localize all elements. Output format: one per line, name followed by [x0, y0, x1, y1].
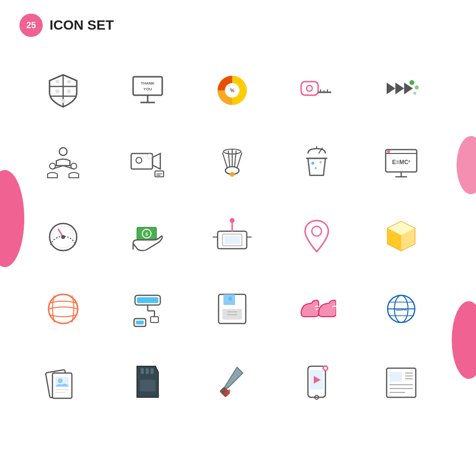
champagne-bucket-icon — [297, 144, 336, 183]
svg-text:YOU: YOU — [143, 87, 152, 91]
icon-cell-3dprinter — [198, 202, 266, 270]
icon-cell-donut: % — [198, 56, 266, 124]
svg-rect-71 — [224, 236, 240, 244]
icon-cell-payment: $ — [114, 202, 182, 270]
slippers-icon — [297, 289, 336, 328]
icon-cell-emc: E=MC² — [367, 129, 435, 197]
svg-point-50 — [315, 167, 317, 169]
header-title: ICON SET — [50, 17, 114, 33]
svg-point-23 — [409, 80, 414, 85]
svg-rect-111 — [140, 380, 155, 391]
svg-point-5 — [55, 89, 59, 93]
badge-number: 25 — [19, 14, 43, 37]
emc-board-icon: E=MC² — [382, 144, 421, 183]
gdpr-globe-icon: GDPR — [382, 289, 421, 328]
thank-you-board-icon: THANK YOU — [128, 71, 167, 110]
volleyball-icon — [44, 289, 83, 328]
icon-cell-mobile-video — [283, 348, 351, 416]
svg-line-43 — [235, 151, 236, 167]
payment-hand-icon: $ — [128, 217, 167, 255]
svg-text:%: % — [230, 88, 235, 93]
svg-text:E=MC²: E=MC² — [392, 159, 410, 166]
svg-point-24 — [415, 85, 419, 89]
icon-cell-volleyball — [29, 275, 97, 343]
icon-cell-slippers — [283, 275, 351, 343]
icon-cell-paint — [114, 275, 182, 343]
icon-cell-team-leader — [29, 129, 97, 197]
svg-line-40 — [222, 153, 227, 168]
icon-cell-gdpr: GDPR — [367, 275, 435, 343]
svg-rect-108 — [141, 368, 144, 374]
svg-point-74 — [312, 226, 322, 236]
svg-marker-32 — [153, 153, 160, 169]
3d-box-icon — [382, 217, 421, 255]
svg-point-48 — [311, 162, 314, 165]
icon-cell-3dbox — [367, 202, 435, 270]
svg-point-39 — [230, 172, 235, 177]
svg-point-57 — [387, 150, 390, 153]
icon-cell-floppy — [198, 275, 266, 343]
svg-rect-109 — [146, 368, 149, 374]
knife-icon — [213, 362, 252, 401]
icon-cell-speedometer — [29, 202, 97, 270]
svg-point-34 — [147, 154, 152, 159]
svg-point-17 — [306, 85, 312, 91]
svg-line-41 — [228, 151, 230, 167]
svg-text:GDPR: GDPR — [395, 307, 407, 312]
icon-grid: THANK YOU % — [0, 47, 476, 425]
svg-point-105 — [58, 378, 63, 383]
paint-roller-icon — [128, 289, 167, 328]
sd-card-icon — [128, 362, 167, 401]
icon-cell-photo-card — [29, 348, 97, 416]
svg-point-33 — [136, 157, 142, 163]
photo-card-icon — [44, 362, 83, 401]
icon-cell-fastforward — [367, 56, 435, 124]
icon-cell-video-conf — [114, 129, 182, 197]
svg-line-44 — [237, 153, 242, 168]
svg-point-26 — [59, 148, 67, 155]
speedometer-icon — [44, 217, 83, 255]
svg-rect-16 — [301, 82, 318, 95]
svg-rect-83 — [137, 297, 158, 303]
svg-rect-8 — [133, 77, 162, 95]
icon-cell-champagne — [283, 129, 351, 197]
svg-point-95 — [228, 297, 232, 301]
newspaper-icon — [382, 362, 421, 401]
svg-text:$: $ — [145, 232, 148, 237]
svg-rect-110 — [151, 368, 153, 374]
location-pin-icon — [297, 217, 336, 255]
svg-point-3 — [55, 80, 59, 84]
svg-rect-121 — [390, 372, 402, 382]
team-leader-icon — [44, 144, 83, 183]
svg-point-49 — [320, 161, 322, 163]
icon-cell-sd-card — [114, 348, 182, 416]
fast-forward-icon — [382, 71, 421, 110]
svg-rect-89 — [136, 321, 144, 324]
tape-measure-icon — [297, 71, 336, 110]
svg-point-61 — [61, 235, 65, 239]
svg-point-4 — [67, 80, 71, 84]
floppy-disk-icon — [213, 289, 252, 328]
icon-cell-tape — [283, 56, 351, 124]
svg-rect-87 — [151, 317, 158, 323]
svg-marker-22 — [387, 83, 413, 94]
icon-cell-newspaper — [367, 348, 435, 416]
donut-chart-icon: % — [213, 71, 252, 110]
icon-cell-thank-you: THANK YOU — [114, 56, 182, 124]
icon-cell-shield-grid — [29, 56, 97, 124]
shield-grid-icon — [44, 71, 83, 110]
svg-point-25 — [413, 92, 416, 95]
header: 25 ICON SET — [0, 0, 476, 42]
icon-cell-location — [283, 202, 351, 270]
icon-cell-knife — [198, 348, 266, 416]
3d-printer-icon — [213, 217, 252, 255]
svg-point-119 — [324, 367, 327, 370]
mobile-video-icon — [297, 362, 336, 401]
svg-point-70 — [230, 218, 235, 223]
icon-cell-badminton — [198, 129, 266, 197]
video-conference-icon — [128, 144, 167, 183]
badminton-icon — [213, 144, 252, 183]
svg-point-6 — [67, 89, 71, 93]
svg-text:THANK: THANK — [141, 81, 154, 85]
svg-point-7 — [61, 99, 65, 103]
